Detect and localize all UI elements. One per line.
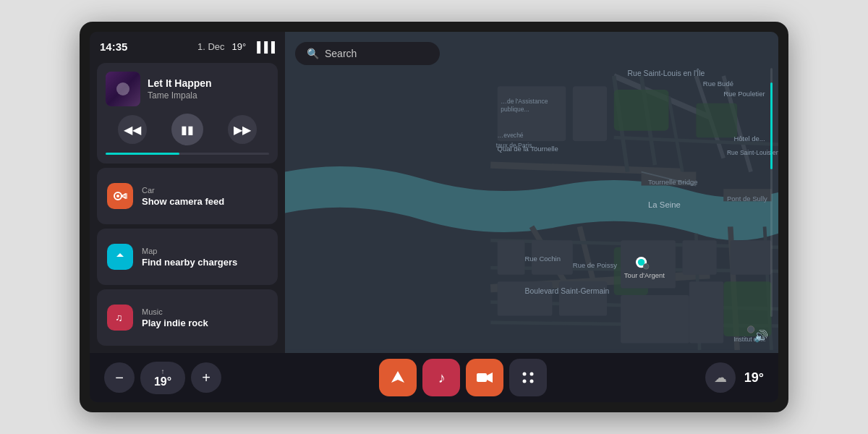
svg-rect-22 [689,281,723,343]
svg-text:La Seine: La Seine [648,200,681,209]
apps-button[interactable] [509,359,547,396]
next-button[interactable]: ▶▶ [228,115,257,144]
plus-icon: + [202,370,210,386]
search-text: Search [325,48,357,59]
temp-decrease-button[interactable]: − [104,362,135,393]
camera-button[interactable] [466,359,503,396]
suggestion-map-action: Find nearby chargers [142,257,237,268]
music-button[interactable]: ♪ [422,359,460,396]
pause-button[interactable]: ▮▮ [171,114,203,145]
track-text: Let It Happen Tame Impala [148,77,269,101]
device-frame: 14:35 1. Dec 19° ▐▐▐ Let It Happen [80,22,788,412]
status-date: 1. Dec [197,41,225,52]
track-artist: Tame Impala [148,90,269,101]
suggestion-car-text: Car Show camera feed [142,186,224,207]
svg-text:Boulevard Saint-Germain: Boulevard Saint-Germain [525,287,610,295]
track-name: Let It Happen [148,77,269,89]
status-bar: 14:35 1. Dec 19° ▐▐▐ [97,39,278,59]
suggestion-music-action: Play indie rock [142,318,208,328]
suggestion-map[interactable]: Map Find nearby chargers [97,229,278,285]
now-playing-card: Let It Happen Tame Impala ◀◀ ▮▮ ▶▶ [97,63,278,163]
progress-bar-container[interactable] [106,153,269,155]
suggestion-map-label: Map [142,247,237,255]
svg-text:publique...: publique... [501,106,529,113]
temperature-display: ↑ 19° [140,362,185,394]
svg-text:Tournelle Bridge: Tournelle Bridge [648,178,697,186]
screen: 14:35 1. Dec 19° ▐▐▐ Let It Happen [90,32,778,402]
svg-point-54 [523,380,527,383]
map-canvas: Rue Saint-Louis en l'Île Rue Budé Rue Po… [285,32,778,353]
progress-bar-fill [106,153,179,155]
svg-rect-21 [621,295,689,343]
minus-icon: − [115,370,124,386]
svg-rect-18 [682,240,716,274]
suggestion-map-text: Map Find nearby chargers [142,247,237,268]
nav-arrow-icon [390,370,406,386]
svg-point-55 [530,380,534,383]
svg-rect-10 [696,103,737,137]
suggestion-car[interactable]: Car Show camera feed [97,168,278,224]
svg-text:Rue de Poissy: Rue de Poissy [573,261,617,269]
svg-text:…de l'Assistance: …de l'Assistance [501,98,548,105]
svg-point-1 [116,195,119,197]
apps-grid-icon [521,370,535,385]
album-art [106,72,140,106]
bottom-bar: − ↑ 19° + ♪ [90,353,778,402]
svg-rect-23 [731,240,772,274]
svg-text:taux de Paris...: taux de Paris... [496,142,537,149]
music-note-icon: ♪ [438,370,445,386]
status-time: 14:35 [100,41,127,53]
search-icon: 🔍 [307,48,319,59]
svg-text:Rue Saint-Louis en l'Île: Rue Saint-Louis en l'Île [628,69,705,77]
svg-rect-50 [477,373,487,382]
music-icon: ♫ [107,305,133,331]
svg-point-53 [530,373,534,376]
suggestion-car-label: Car [142,186,224,195]
suggestion-music[interactable]: ♫ Music Play indie rock [97,289,278,346]
suggestion-car-action: Show camera feed [142,196,224,207]
prev-button[interactable]: ◀◀ [118,115,147,144]
playback-controls: ◀◀ ▮▮ ▶▶ [106,114,269,145]
weather-button[interactable]: ☁ [705,362,736,393]
map-svg: Rue Saint-Louis en l'Île Rue Budé Rue Po… [285,32,778,353]
status-temperature: 19° [232,41,247,52]
album-art-inner [106,72,140,106]
map-icon [107,244,133,270]
temp-arrow-icon: ↑ [161,367,165,375]
signal-icon: ▐▐▐ [253,41,275,53]
scroll-thumb [770,82,773,169]
navigation-button[interactable] [379,359,417,396]
map-panel[interactable]: Rue Saint-Louis en l'Île Rue Budé Rue Po… [285,32,778,353]
suggestion-music-label: Music [142,307,208,316]
outside-temperature: 19° [744,370,764,386]
car-icon [107,183,133,209]
svg-text:Rue Cochin: Rue Cochin [525,255,561,263]
svg-point-52 [523,373,527,376]
svg-text:Hôtel de...: Hôtel de... [733,135,765,142]
svg-text:Pont de Sully: Pont de Sully [727,195,767,203]
svg-rect-15 [498,240,525,274]
weather-cloud-icon: ☁ [714,370,727,386]
camera-icon [477,371,493,384]
search-bar[interactable]: 🔍 Search [295,42,440,65]
svg-text:Tour d'Argent: Tour d'Argent [624,271,665,279]
svg-point-45 [643,264,649,270]
svg-text:…eveché: …eveché [498,132,524,139]
svg-text:Rue Budé: Rue Budé [703,80,733,88]
svg-rect-14 [573,86,607,141]
scroll-indicator [770,68,773,317]
weather-display: ☁ 19° [705,362,764,393]
svg-marker-49 [391,371,404,383]
track-info: Let It Happen Tame Impala [106,72,269,106]
volume-indicator: 🔊 [754,329,768,343]
climate-controls: − ↑ 19° + [104,362,221,394]
svg-rect-9 [614,90,669,131]
left-panel: 14:35 1. Dec 19° ▐▐▐ Let It Happen [90,32,285,353]
suggestion-music-text: Music Play indie rock [142,307,208,328]
nav-buttons: ♪ [379,359,547,396]
svg-rect-4 [124,193,127,199]
current-temp: 19° [154,375,171,388]
temp-increase-button[interactable]: + [191,362,221,393]
main-area: 14:35 1. Dec 19° ▐▐▐ Let It Happen [90,32,778,353]
svg-text:Rue Pouletier: Rue Pouletier [723,90,765,98]
